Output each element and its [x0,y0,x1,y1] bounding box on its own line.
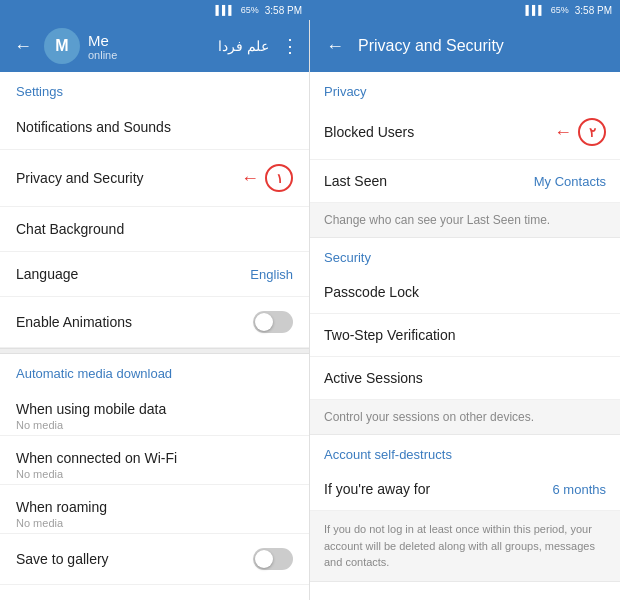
right-item-sessions[interactable]: Active Sessions [310,357,620,400]
right-item-lastseen[interactable]: Last Seen My Contacts [310,160,620,203]
settings-item-notifications[interactable]: Notifications and Sounds [0,105,309,150]
arabic-text: علم فردا [218,38,269,54]
avatar: M [44,28,80,64]
right-header: ← Privacy and Security [310,20,620,72]
right-item-passcode[interactable]: Passcode Lock [310,271,620,314]
roaming-sub: No media [16,515,63,529]
settings-section-label: Settings [0,72,309,105]
settings-item-mobiledata[interactable]: When using mobile data No media [0,387,309,436]
annotation-number-2: ۲ [578,118,606,146]
right-panel-title: Privacy and Security [358,37,504,55]
automedia-label: Automatic media download [0,354,309,387]
status-bar-left: ▌▌▌ 65% 3:58 PM [0,0,310,20]
selfdestructs-info: If you do not log in at least once withi… [310,511,620,582]
menu-icon[interactable]: ⋮ [281,35,299,57]
selfdestructs-label: Account self-destructs [310,435,620,468]
right-content: Privacy Blocked Users ← ۲ Last Seen My C… [310,72,620,600]
right-item-twostep[interactable]: Two-Step Verification [310,314,620,357]
left-panel: ← M Me online علم فردا ⋮ Settings Notifi… [0,20,310,600]
red-arrow-icon: ← [241,168,259,189]
settings-item-chatbg[interactable]: Chat Background [0,207,309,252]
security-label: Security [310,238,620,271]
lastseen-info: Change who can see your Last Seen time. [310,203,620,238]
toggle-knob [255,313,273,331]
user-name: Me [88,32,210,49]
privacy-annotation: ← ۱ [241,164,293,192]
status-bar-right: ▌▌▌ 65% 3:58 PM [310,0,620,20]
time-right: 3:58 PM [575,5,612,16]
right-item-awayfor[interactable]: If you're away for 6 months [310,468,620,511]
settings-item-privacy[interactable]: Privacy and Security ← ۱ [0,150,309,207]
battery-right: 65% [551,5,569,15]
settings-item-wifi[interactable]: When connected on Wi-Fi No media [0,436,309,485]
blocked-annotation: ← ۲ [554,118,606,146]
annotation-number-1: ۱ [265,164,293,192]
gallery-toggle[interactable] [253,548,293,570]
settings-item-roaming[interactable]: When roaming No media [0,485,309,534]
wifi-sub: No media [16,466,63,480]
privacy-label: Privacy [310,72,620,105]
awayfor-value: 6 months [553,482,606,497]
user-status: online [88,49,210,61]
gallery-toggle-knob [255,550,273,568]
time-left: 3:58 PM [265,5,302,16]
settings-item-animations[interactable]: Enable Animations [0,297,309,348]
right-panel: ← Privacy and Security Privacy Blocked U… [310,20,620,600]
settings-item-language[interactable]: Language English [0,252,309,297]
right-back-icon[interactable]: ← [322,32,348,61]
signal-right: ▌▌▌ [526,5,545,15]
signal-left: ▌▌▌ [216,5,235,15]
language-value: English [250,267,293,282]
mobiledata-sub: No media [16,417,63,431]
settings-content: Settings Notifications and Sounds Privac… [0,72,309,600]
right-item-blocked[interactable]: Blocked Users ← ۲ [310,105,620,160]
animations-toggle[interactable] [253,311,293,333]
back-icon[interactable]: ← [10,32,36,61]
sessions-info: Control your sessions on other devices. [310,400,620,435]
user-info: Me online [88,32,210,61]
battery-left: 65% [241,5,259,15]
red-arrow-blocked-icon: ← [554,122,572,143]
settings-item-gallery[interactable]: Save to gallery [0,534,309,585]
lastseen-value: My Contacts [534,174,606,189]
left-header: ← M Me online علم فردا ⋮ [0,20,309,72]
